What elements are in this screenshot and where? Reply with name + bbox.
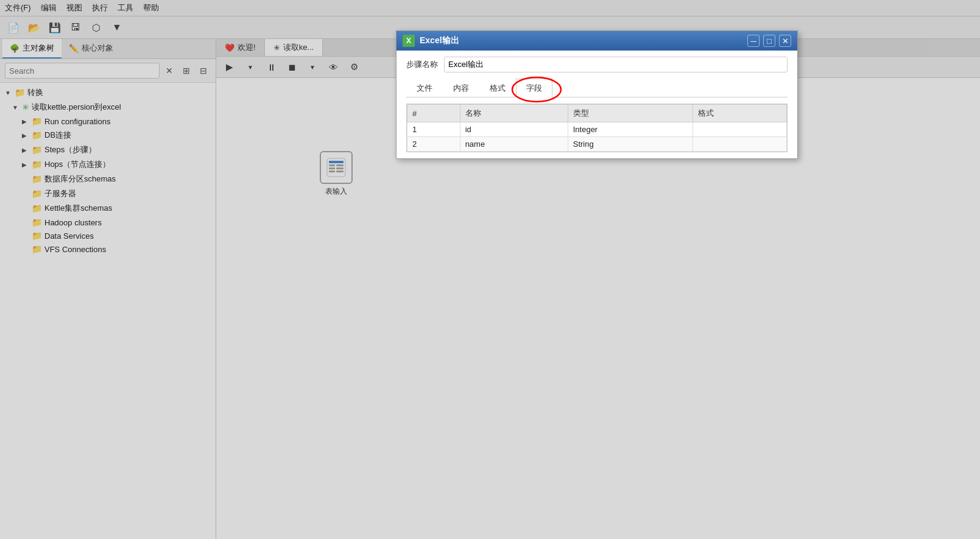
dialog-close-btn[interactable]: ✕ <box>779 35 791 47</box>
dialog-titlebar: X Excel输出 ─ □ ✕ <box>397 31 797 51</box>
dialog-tab-fields[interactable]: 字段 <box>516 79 552 97</box>
cell-format <box>693 137 787 152</box>
dialog-minimize-btn[interactable]: ─ <box>747 35 760 47</box>
cell-num: 2 <box>407 137 460 152</box>
fields-table: # 名称 类型 格式 1 id Integer 2 name String <box>407 104 787 152</box>
cell-type: String <box>568 137 693 152</box>
dialog-controls: ─ □ ✕ <box>747 35 791 47</box>
col-format-header: 格式 <box>693 105 787 122</box>
col-type-header: 类型 <box>568 105 693 122</box>
dialog-maximize-btn[interactable]: □ <box>763 35 775 47</box>
cell-num: 1 <box>407 122 460 137</box>
dialog-tab-file[interactable]: 文件 <box>406 79 443 97</box>
dialog-tab-content[interactable]: 内容 <box>443 79 479 97</box>
dialog-title-left: X Excel输出 <box>403 35 459 47</box>
col-name-header: 名称 <box>460 105 568 122</box>
dialog-excel-icon: X <box>403 35 415 47</box>
step-name-label: 步骤名称 <box>406 59 438 70</box>
dialog-title-text: Excel输出 <box>420 35 459 46</box>
step-name-row: 步骤名称 <box>406 57 788 72</box>
dialog-tabs: 文件 内容 格式 字段 <box>406 79 788 97</box>
col-num-header: # <box>407 105 460 122</box>
excel-dialog: X Excel输出 ─ □ ✕ 步骤名称 文件 内容 格式 字段 <box>396 30 798 159</box>
cell-format <box>693 122 787 137</box>
cell-name: id <box>460 122 568 137</box>
step-name-input[interactable] <box>444 57 788 72</box>
dialog-tab-format[interactable]: 格式 <box>479 79 516 97</box>
dialog-body: 步骤名称 文件 内容 格式 字段 # 名称 <box>397 51 797 158</box>
table-row[interactable]: 1 id Integer <box>407 122 787 137</box>
table-row[interactable]: 2 name String <box>407 137 787 152</box>
cell-type: Integer <box>568 122 693 137</box>
fields-table-container: # 名称 类型 格式 1 id Integer 2 name String <box>406 104 788 152</box>
cell-name: name <box>460 137 568 152</box>
